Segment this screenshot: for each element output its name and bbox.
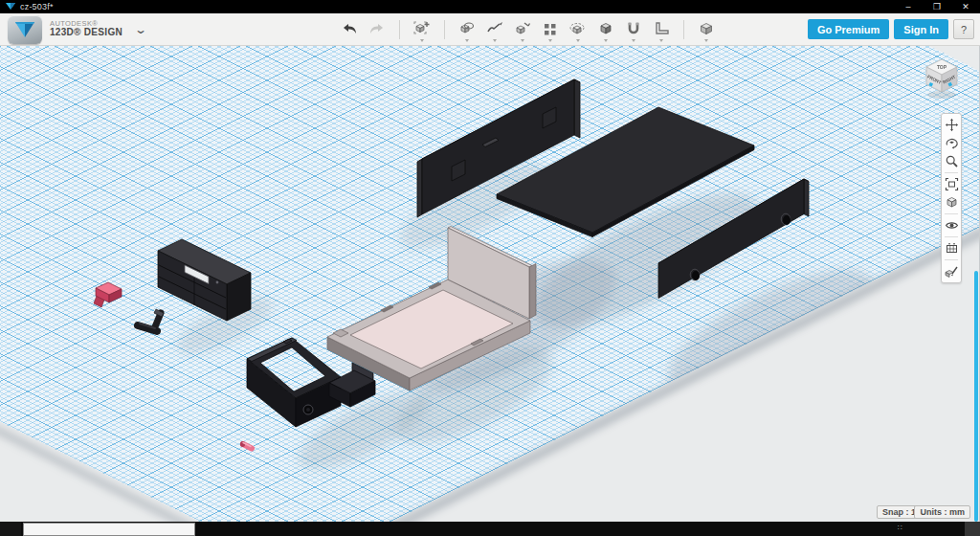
help-button[interactable]: ? [953, 19, 974, 39]
construct-icon [485, 20, 504, 38]
modify-icon [513, 20, 532, 38]
dropdown-caret-icon [632, 39, 635, 42]
measure-button[interactable] [649, 16, 674, 43]
sketch-icon [457, 20, 477, 38]
grouping-icon [568, 20, 588, 38]
nav-divider [945, 259, 958, 260]
part-red-pin[interactable] [240, 441, 252, 449]
pattern-icon [541, 20, 560, 38]
redo-button[interactable] [365, 16, 390, 43]
modify-button[interactable] [510, 16, 535, 43]
dropdown-caret-icon [604, 39, 608, 42]
window-titlebar: cz-503f* – ❐ ✕ [0, 0, 980, 13]
fit-button[interactable] [943, 176, 960, 192]
zoom-magnifier-icon [945, 154, 959, 168]
snap-button[interactable] [621, 16, 646, 43]
toolbar-separator [399, 20, 400, 39]
toolbar-separator [683, 20, 684, 39]
dropdown-caret-icon [576, 39, 580, 42]
close-button[interactable]: ✕ [951, 0, 980, 13]
part-red-connector[interactable] [94, 282, 122, 307]
material-brush-icon [945, 264, 959, 279]
view-cube-widget[interactable]: TOP FRONT RIGHT [917, 54, 967, 103]
combine-button[interactable] [593, 16, 618, 43]
visibility-button[interactable] [943, 217, 960, 234]
nav-divider [945, 236, 958, 237]
window-title: cz-503f* [20, 2, 54, 11]
taskbar-icons-dots: ∷ [898, 524, 904, 532]
redo-icon [368, 22, 386, 37]
fit-view-icon [945, 177, 959, 191]
view-cube-icon [697, 20, 716, 38]
account-buttons: Go Premium Sign In ? [808, 19, 974, 39]
home-view-cube-icon [945, 195, 959, 210]
viewport-canvas[interactable]: TOP FRONT RIGHT [0, 46, 980, 522]
dropdown-caret-icon [548, 39, 552, 42]
measure-ruler-icon [652, 20, 671, 38]
main-menu-chevron-icon[interactable]: ⌄ [134, 23, 147, 36]
pan-icon [945, 118, 959, 132]
view-button[interactable] [694, 16, 719, 43]
dropdown-caret-icon [465, 39, 469, 42]
sign-in-button[interactable]: Sign In [894, 19, 948, 39]
primitives-button[interactable] [410, 16, 434, 43]
combine-icon [596, 20, 615, 38]
undo-icon [341, 22, 358, 37]
primitives-icon [412, 20, 432, 38]
view-nav-panel [941, 113, 962, 283]
dropdown-caret-icon [493, 39, 497, 42]
taskbar-corner[interactable] [965, 522, 980, 536]
toolbar-separator [444, 20, 445, 39]
app-logo-icon [6, 2, 15, 11]
grid-settings-button[interactable] [943, 240, 960, 257]
eye-icon [945, 218, 959, 233]
snap-magnet-icon [624, 20, 643, 38]
tool-icon-row [337, 16, 719, 43]
orbit-icon [945, 136, 959, 150]
brand-text: AUTODESK® 123D® DESIGN [50, 20, 122, 37]
brand-123d-design: 123D® DESIGN [50, 28, 122, 38]
grouping-button[interactable] [566, 16, 590, 43]
app-toolbar: AUTODESK® 123D® DESIGN ⌄ [0, 13, 980, 46]
dropdown-caret-icon [704, 39, 708, 42]
minimize-button[interactable]: – [894, 0, 923, 13]
sketch-button[interactable] [455, 16, 479, 43]
taskbar-search[interactable] [23, 523, 195, 536]
undo-button[interactable] [337, 16, 362, 43]
app-logo[interactable] [8, 15, 42, 44]
grid-icon [945, 241, 959, 256]
home-view-button[interactable] [943, 194, 960, 211]
nav-divider [945, 213, 958, 214]
go-premium-button[interactable]: Go Premium [808, 19, 889, 39]
taskbar-start-area[interactable] [0, 522, 21, 536]
nav-divider [945, 172, 958, 173]
viewcube-top-label: TOP [937, 64, 947, 70]
scene-3d [0, 46, 980, 522]
pan-button[interactable] [943, 117, 960, 133]
restore-button[interactable]: ❐ [923, 0, 951, 13]
units-setting-button[interactable]: Units : mm [914, 505, 970, 519]
dropdown-caret-icon [659, 39, 663, 42]
viewport-edge-scrollbar[interactable] [974, 271, 978, 522]
orbit-button[interactable] [943, 135, 960, 151]
os-taskbar: ∷ [0, 522, 980, 536]
123d-triangle-icon [13, 19, 36, 40]
construct-button[interactable] [482, 16, 507, 43]
dropdown-caret-icon [521, 39, 524, 42]
zoom-button[interactable] [943, 153, 960, 169]
pattern-button[interactable] [538, 16, 563, 43]
part-front-panel[interactable] [158, 239, 251, 321]
material-button[interactable] [943, 263, 960, 279]
dropdown-caret-icon [420, 39, 424, 42]
part-lever-handle[interactable] [138, 309, 164, 331]
